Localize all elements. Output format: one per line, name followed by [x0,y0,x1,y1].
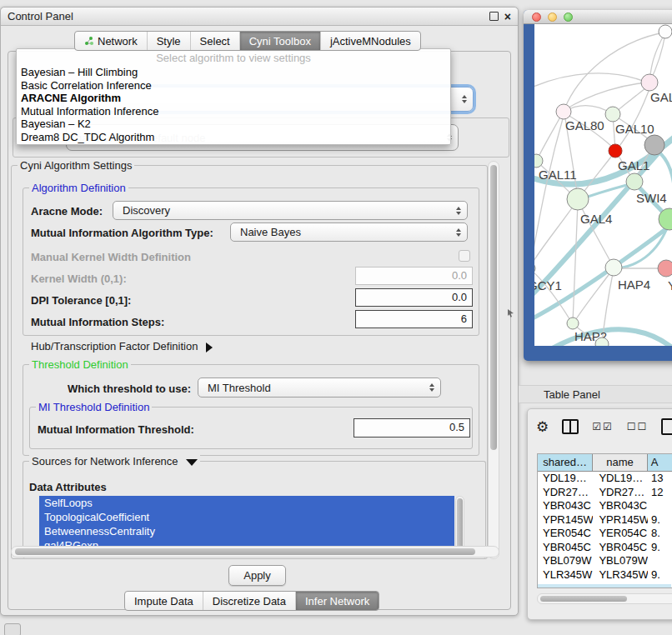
data-attributes-label: Data Attributes [29,481,107,493]
minimize-traffic-light[interactable] [548,12,557,22]
gear-icon[interactable]: ⚙ [536,418,549,436]
network-edge [537,112,563,160]
tab-cyni-toolbox[interactable]: Cyni Toolbox [239,32,320,50]
tab-discretize-data[interactable]: Discretize Data [203,592,295,610]
table-row[interactable]: YBL079WYBL079W [538,554,672,568]
network-node[interactable] [609,144,622,158]
table-row[interactable]: YDL19…YDL19…13 [538,472,672,486]
tab-infer-network[interactable]: Infer Network [295,592,379,610]
network-canvas[interactable]: GALGAL80GAL10GAL1GAL11SWI4GAL4GCY1HAP4YH… [534,24,672,346]
close-icon[interactable]: × [504,12,511,21]
scrollbar-thumb[interactable] [457,498,463,548]
threshold-definition-title: Threshold Definition [29,358,131,371]
sources-expander[interactable]: Sources for Network Inference [29,455,200,468]
close-traffic-light[interactable] [532,12,541,22]
tab-network[interactable]: Network [75,32,147,50]
table-panel-title: Table Panel [544,388,600,401]
network-window-titlebar[interactable] [524,10,672,24]
table-row[interactable]: YPR145WYPR145W9. [538,513,672,528]
mi-threshold-field[interactable]: 0.5 [354,418,470,438]
scrollbar-thumb[interactable] [15,548,475,555]
table-row-selected-partial[interactable] [538,584,671,588]
kernel-width-label: Kernel Width (0,1): [31,272,127,285]
dropdown-item[interactable]: Bayesian – Hill Climbing [17,66,450,79]
hide-columns-icon[interactable]: ☐☐ [627,421,649,432]
dpi-tolerance-label: DPI Tolerance [0,1]: [31,294,131,307]
settings-vertical-scrollbar[interactable] [488,161,499,559]
dropdown-item-aracne[interactable]: ARACNE Algorithm [17,92,450,105]
node-label: GAL11 [539,168,577,182]
network-node[interactable] [658,260,672,277]
which-threshold-combobox[interactable]: MI Threshold [198,378,441,398]
control-panel-window: Control Panel × Network Style Select Cyn… [0,7,519,616]
screen: Control Panel × Network Style Select Cyn… [0,0,672,635]
dropdown-item[interactable]: Bayesian – K2 [17,118,450,131]
float-window-icon[interactable] [489,12,499,21]
tab-jactivemnodules[interactable]: jActiveMNodules [320,32,420,50]
table-horizontal-scrollbar[interactable] [537,593,672,604]
network-node[interactable] [644,135,664,155]
mi-type-value: Naive Bayes [240,226,301,238]
node-label: Y [668,278,672,292]
network-node[interactable] [534,262,535,274]
hub-definition-label: Hub/Transcription Factor Definition [31,340,198,352]
zoom-traffic-light[interactable] [564,12,573,22]
network-edge [573,202,578,322]
dropdown-placeholder: Select algorithm to view settings [17,52,450,66]
list-item[interactable]: TopologicalCoefficient [39,510,454,524]
network-node[interactable] [567,318,579,329]
mini-window-icon[interactable] [4,623,21,635]
combo-arrows-icon [456,207,461,215]
network-node[interactable] [605,259,622,276]
dropdown-item[interactable]: Mutual Information Inference [17,105,450,118]
export-table-icon[interactable] [661,418,672,435]
table-row[interactable]: YDR27…YDR27…12 [538,486,672,500]
table-row[interactable]: YER054CYER054C8. [538,527,672,541]
column-header-shared[interactable]: shared… [538,454,593,471]
settings-horizontal-scrollbar[interactable] [11,546,499,558]
manual-kernel-checkbox[interactable] [459,250,470,262]
which-threshold-value: MI Threshold [208,382,271,394]
table-toolbar: ⚙ ☑☑ ☐☐ [536,416,672,438]
network-node[interactable] [567,188,589,210]
tab-select[interactable]: Select [190,32,239,50]
table-row[interactable]: YBR045CYBR045C9. [538,541,672,555]
network-view-window: GALGAL80GAL10GAL1GAL11SWI4GAL4GCY1HAP4YH… [524,10,672,361]
column-header-name[interactable]: name [593,454,647,471]
show-columns-icon[interactable]: ☑☑ [592,421,614,432]
dpi-tolerance-field[interactable]: 0.0 [355,288,473,307]
dropdown-item[interactable]: Basic Correlation Inference [17,79,450,92]
table-row[interactable]: YBR043CYBR043C [538,499,672,513]
network-node[interactable] [626,173,643,190]
aracne-mode-label: Aracne Mode: [31,205,103,218]
network-node[interactable] [556,104,571,119]
table-header-row: shared… name A [538,454,672,472]
list-item[interactable]: BetweennessCentrality [39,524,454,538]
apply-button[interactable]: Apply [228,565,286,586]
combo-arrows-icon [456,228,461,237]
network-node[interactable] [641,74,658,91]
combo-arrows-icon [429,383,434,392]
network-node[interactable] [659,25,672,38]
tab-network-label: Network [98,35,138,48]
hub-definition-expander[interactable]: Hub/Transcription Factor Definition [31,340,213,352]
tab-impute-data[interactable]: Impute Data [125,592,203,610]
dropdown-item[interactable]: Dream8 DC_TDC Algorithm [17,131,450,144]
control-panel-titlebar[interactable]: Control Panel × [1,8,518,26]
network-node[interactable] [605,107,620,122]
expanded-arrow-icon [186,459,198,466]
scrollbar-thumb[interactable] [490,165,497,450]
mi-type-combobox[interactable]: Naive Bayes [230,222,468,242]
split-columns-icon[interactable] [562,419,579,434]
mi-steps-field[interactable]: 6 [355,310,473,328]
table-row[interactable]: YLR345WYLR345W9. [538,568,672,582]
tab-style[interactable]: Style [147,32,190,50]
aracne-mode-combobox[interactable]: Discovery [113,201,468,220]
network-icon [84,36,94,46]
network-edge [649,32,665,81]
scrollbar-thumb[interactable] [540,596,627,602]
mi-threshold-group-title: MI Threshold Definition [36,401,152,413]
kernel-width-field[interactable]: 0.0 [355,267,473,285]
list-item[interactable]: SelfLoops [39,496,454,510]
column-header-third[interactable]: A [648,454,672,471]
